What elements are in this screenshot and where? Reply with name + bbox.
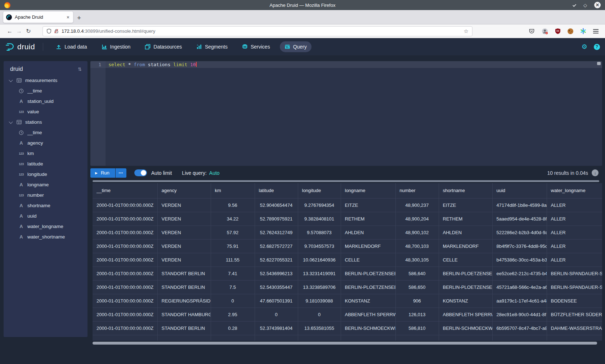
table-cell[interactable]: STANDORT BERLIN [157,280,211,294]
table-cell[interactable]: ABBENFLETH SPERRWEI [341,308,395,321]
table-cell[interactable]: 52.7890975921 [255,212,298,226]
table-cell[interactable]: 52.7624312749 [255,226,298,239]
column-header[interactable]: uuid [492,183,547,198]
table-cell[interactable]: ABBENFLETH SPERRWEI [439,308,492,321]
window-minimize-icon[interactable] [573,3,576,7]
nav-datasources[interactable]: Datasources [140,41,187,52]
table-cell[interactable]: 48,300,105 [395,253,439,267]
table-cell[interactable]: 0.28 [211,321,255,335]
table-cell[interactable]: 52.6227055321 [255,253,298,267]
sql-line[interactable]: select * from stations limit 10 [106,61,602,68]
table-cell[interactable]: aa9179c1-17ef-4c61-a48 [492,294,547,308]
table-cell[interactable]: 586,810 [395,321,439,335]
table-cell[interactable]: VERDEN [157,253,211,267]
column-header[interactable]: km [211,183,255,198]
table-cell[interactable]: 7.41 [211,267,255,280]
tree-column-item[interactable]: Alongname [4,179,88,190]
table-cell[interactable]: AHLDEN [439,226,492,239]
table-cell[interactable]: 48,900,237 [395,198,439,212]
table-cell[interactable]: 2000-01-01T00:00:00.000Z [93,280,157,294]
table-cell[interactable]: STANDORT BERLIN [157,321,211,335]
ublock-shield-icon[interactable]: UO [555,28,561,34]
table-cell[interactable]: 13.3231419091 [298,267,341,280]
table-cell[interactable]: ALLER [547,253,602,267]
table-cell[interactable]: 52.5436996213 [255,267,298,280]
url-bar[interactable]: 172.18.0.4:30899/unified-console.html#qu… [42,26,472,36]
table-cell[interactable]: 7.5 [211,280,255,294]
table-cell[interactable]: 52.5430355447 [255,280,298,294]
table-cell[interactable]: BERLIN-SPANDAUER-S [547,267,602,280]
table-cell[interactable]: BERLIN-SPANDAUER-S [547,280,602,294]
live-query-value[interactable]: Auto [209,170,220,176]
nav-query[interactable]: Query [280,41,312,52]
column-header[interactable]: shortname [439,183,492,198]
table-cell[interactable]: 57.92 [211,226,255,239]
table-cell[interactable]: 13.3238589706 [298,280,341,294]
table-cell[interactable]: KONSTANZ [341,294,395,308]
column-header[interactable]: latitude [255,183,298,198]
tree-column-item[interactable]: Awater_shortname [4,232,88,242]
table-cell[interactable]: BODENSEE [547,294,602,308]
table-cell[interactable]: AHLDEN [341,226,395,239]
help-icon[interactable]: ? [594,44,600,50]
chevron-down-icon[interactable] [9,78,13,82]
extension-asterisk-icon[interactable] [580,28,586,34]
table-cell[interactable]: 9.7034557573 [298,239,341,253]
auto-limit-toggle[interactable] [134,169,147,176]
nav-services[interactable]: Services [237,41,275,52]
tree-column-item[interactable]: __time [4,127,88,138]
tree-column-item[interactable]: 123km [4,148,88,159]
table-cell[interactable]: BERLIN-PLOETZENSEE U [439,280,492,294]
table-cell[interactable]: ee52ce62-212c-4735-b4 [492,267,547,280]
table-cell[interactable]: 52.9040654474 [255,198,298,212]
tree-column-item[interactable]: 123value [4,106,88,117]
table-cell[interactable]: 8b4f9f7c-3376-4dd8-95c [492,239,547,253]
tab-close-icon[interactable]: × [66,14,70,20]
pocket-icon[interactable] [529,28,535,34]
table-cell[interactable]: 13.653581055 [298,321,341,335]
table-cell[interactable]: 2000-01-01T00:00:00.000Z [93,253,157,267]
table-cell[interactable]: 9.3828408101 [298,212,341,226]
table-cell[interactable]: 0 [211,294,255,308]
table-cell[interactable]: 0 [298,308,341,321]
forward-button[interactable]: → [14,28,24,35]
nav-ingestion[interactable]: Ingestion [97,41,135,52]
editor-scrollbar[interactable] [597,62,601,65]
window-close-button[interactable]: ✕ [594,2,601,8]
table-cell[interactable]: 111.55 [211,253,255,267]
table-cell[interactable]: VERDEN [157,198,211,212]
table-cell[interactable]: 34.22 [211,212,255,226]
table-cell[interactable]: 28ec91e8-90c0-44d1-8f [492,308,547,321]
table-cell[interactable]: ALLER [547,212,602,226]
table-cell[interactable]: 0 [255,308,298,321]
table-cell[interactable]: 47174d8f-1b8e-4599-8a [492,198,547,212]
table-cell[interactable]: 2000-01-01T00:00:00.000Z [93,321,157,335]
tree-column-item[interactable]: Awater_longname [4,221,88,232]
new-tab-button[interactable]: + [77,14,81,22]
tree-column-item[interactable]: 123longitude [4,169,88,179]
table-cell[interactable]: 75.91 [211,239,255,253]
run-more-button[interactable]: ••• [116,168,126,178]
table-cell[interactable]: 52.6827572727 [255,239,298,253]
menu-icon[interactable] [593,29,599,33]
tree-column-item[interactable]: 123number [4,190,88,200]
url-text[interactable]: 172.18.0.4:30899/unified-console.html#qu… [62,28,464,34]
table-cell[interactable]: 2000-01-01T00:00:00.000Z [93,239,157,253]
tree-column-item[interactable]: __time [4,86,88,96]
table-cell[interactable]: EITZE [439,198,492,212]
reload-button[interactable]: ↻ [24,28,33,35]
table-cell[interactable]: RETHEM [341,212,395,226]
table-cell[interactable]: 5aaed954-de4e-4528-8f [492,212,547,226]
sort-columns-icon[interactable]: ⇅ [78,67,82,72]
table-cell[interactable]: STANDORT BERLIN [157,267,211,280]
table-cell[interactable]: ALLER [547,239,602,253]
results-scrollbar-bottom[interactable] [93,342,597,345]
table-cell[interactable]: 45721a68-566c-4e2a-a6 [492,280,547,294]
table-cell[interactable]: 522286e2-b2b3-4d0d-9a [492,226,547,239]
table-cell[interactable]: 9.57088073 [298,226,341,239]
table-cell[interactable]: STANDORT HAMBURG [157,308,211,321]
column-header[interactable]: longitude [298,183,341,198]
nav-segments[interactable]: Segments [192,41,232,52]
cookie-icon[interactable] [568,28,573,34]
table-cell[interactable]: REGIERUNGSPRÄSIDIUM [157,294,211,308]
